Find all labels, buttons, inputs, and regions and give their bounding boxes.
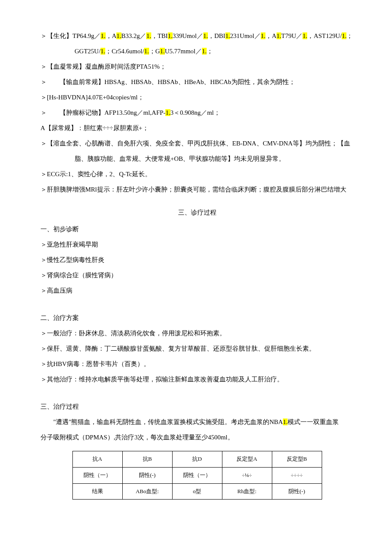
cell: 阴性(-) [122, 467, 172, 483]
text: ，A [106, 32, 117, 39]
text: 模式一一双重血浆 [288, 418, 339, 425]
highlight: 1. [168, 32, 173, 39]
highlight: 1. [303, 32, 307, 39]
highlight: 1. [277, 32, 281, 39]
text: "遭遇"熊猫血，输血科无阴性血，传统血浆置换模式实施受阻。考虑无血浆的NBA [53, 418, 283, 425]
table-row: 阴性（一） 阴性(-) 阴性（一） ÷⅛÷ ÷÷÷÷ [72, 467, 322, 483]
text: ＞【生化】TP64.9g／ [40, 32, 101, 39]
text: ，DBI [208, 32, 225, 39]
text: ＞ 【肿瘤标记物】AFP13.50ng／ml,AFP- [40, 109, 165, 116]
mri-line: ＞肝胆胰脾增强MRl提示：肝左叶少许小囊肿；胆囊炎可能，需结合临床判断；腹腔及腹… [40, 184, 354, 195]
highlight: 1. [225, 32, 230, 39]
highlight: 1. [101, 48, 105, 55]
blood-type-table: 抗A 抗B 抗D 反定型A 反定型B 阴性（一） 阴性(-) 阴性（一） ÷⅛÷… [72, 451, 322, 500]
subheading-1: 一、初步诊断 [40, 224, 354, 234]
hbvdna-line: ＞[Hs-HBVDNA]4.07E+04copies/ml； [40, 92, 354, 102]
text: B33.2g／ [121, 32, 147, 39]
subheading-2: 二、治疗方案 [40, 313, 354, 323]
text: ，AST129U/ [307, 32, 342, 39]
text: ；Cr54.6umol/ [105, 48, 144, 55]
urinalysis-line: A【尿常规】：胆红素÷÷÷尿胆素原+； [40, 123, 354, 133]
text: 3＜0.908ng／ml； [170, 109, 220, 116]
diagnosis-2: ＞慢性乙型病毒性肝炎 [40, 255, 354, 265]
hemolysis-line-2: 脂、胰腺功能、血常规、大便常规+OB、甲状腺功能等】均未见明显异常。 [40, 154, 354, 164]
table-row: 抗A 抗B 抗D 反定型A 反定型B [72, 451, 322, 468]
treatment-3: ＞抗HBV病毒：恩替卡韦片（百奥）。 [40, 359, 354, 369]
cell: 抗D [172, 451, 222, 468]
cell: 结果 [72, 483, 122, 500]
cell: ÷⅛÷ [222, 467, 272, 483]
text: 231Umol／ [230, 32, 261, 39]
highlight: 1. [202, 48, 207, 55]
highlight: 1. [165, 109, 170, 116]
ecg-line: ＞ECG示:1、窦性心律，2、Q-Tc延长。 [40, 169, 354, 179]
process-paragraph-2: 分子吸附模式（DPMAS）,共治疗3次，每次血浆处理量至少4500ml。 [40, 432, 354, 442]
tumor-marker-line: ＞ 【肿瘤标记物】AFP13.50ng／ml,AFP-1.3＜0.908ng／m… [40, 108, 354, 118]
highlight: 1. [146, 32, 151, 39]
cell: Rh血型: [222, 483, 272, 500]
treatment-1: ＞一般治疗：卧床休息、清淡易消化饮食，停用泼尼松和环抱素。 [40, 328, 354, 338]
cell: 阴性（一） [72, 467, 122, 483]
highlight: 1. [261, 32, 265, 39]
text: GGT25U/ [75, 48, 101, 55]
cell: 反定型B [272, 451, 322, 468]
cell: ABo血型: [122, 483, 172, 500]
highlight: 1. [144, 48, 149, 55]
text: ； [346, 32, 353, 39]
transfusion-line: ＞ 【输血前常规】HBSAg、HBSAb、HBSAb、HBeAb、HBCAb为阳… [40, 77, 354, 87]
highlight: 1. [283, 418, 288, 425]
text: ，A [265, 32, 277, 39]
treatment-2: ＞保肝、退黄、降酶：丁二磺酸腺甘蛋氨酸、复方甘草酸苜、还原型谷胱甘肽、促肝细胞生… [40, 343, 354, 354]
cell: o型 [172, 483, 222, 500]
diagnosis-3: ＞肾病综合症（膜性肾病） [40, 270, 354, 280]
biochem-line-2: GGT25U/1.；Cr54.6umol/1.；G1.U5.77mmol／1.； [40, 46, 354, 56]
highlight: 1. [116, 32, 121, 39]
section-3-title: 三、诊疗过程 [40, 207, 354, 218]
table-row: 结果 ABo血型: o型 Rh血型: 阴性(-) [72, 483, 322, 500]
diagnosis-1: ＞亚急性肝衰竭早期 [40, 239, 354, 250]
cell: 阴性（一） [172, 467, 222, 483]
cell: 反定型A [222, 451, 272, 468]
highlight: 1. [101, 32, 105, 39]
cell: ÷÷÷÷ [272, 467, 322, 483]
subheading-3: 三、治疗过程 [40, 401, 354, 412]
diagnosis-4: ＞高血压病 [40, 285, 354, 296]
treatment-4: ＞其他治疗：维持水电解质平衡等处理，拟输注新鲜血浆改善凝血功能及人工肝治疗。 [40, 374, 354, 384]
hemolysis-line: ＞【溶血全套、心肌酶谱、自免肝六项、免疫全套、甲丙戊肝抗体、EB-DNA、CMV… [40, 138, 354, 148]
text: T79U／ [281, 32, 303, 39]
highlight: 1. [342, 32, 346, 39]
biochem-line-1: ＞【生化】TP64.9g／1.，A1.B33.2g／1.，TBI1.339Umo… [40, 31, 354, 41]
text: 339Umol／ [173, 32, 203, 39]
text: ； [207, 48, 213, 55]
cell: 抗B [122, 451, 172, 468]
text: U5.77mmol／ [165, 48, 202, 55]
highlight: 1. [160, 48, 164, 55]
highlight: 1. [203, 32, 208, 39]
text: ，TBI [151, 32, 168, 39]
coagulation-line: ＞【血凝常规】凝血酶原时间活度PTA51%； [40, 61, 354, 72]
text: ；G [149, 48, 160, 55]
process-paragraph: "遭遇"熊猫血，输血科无阴性血，传统血浆置换模式实施受阻。考虑无血浆的NBA1.… [40, 417, 354, 427]
cell: 阴性(-) [272, 483, 322, 500]
cell: 抗A [72, 451, 122, 468]
